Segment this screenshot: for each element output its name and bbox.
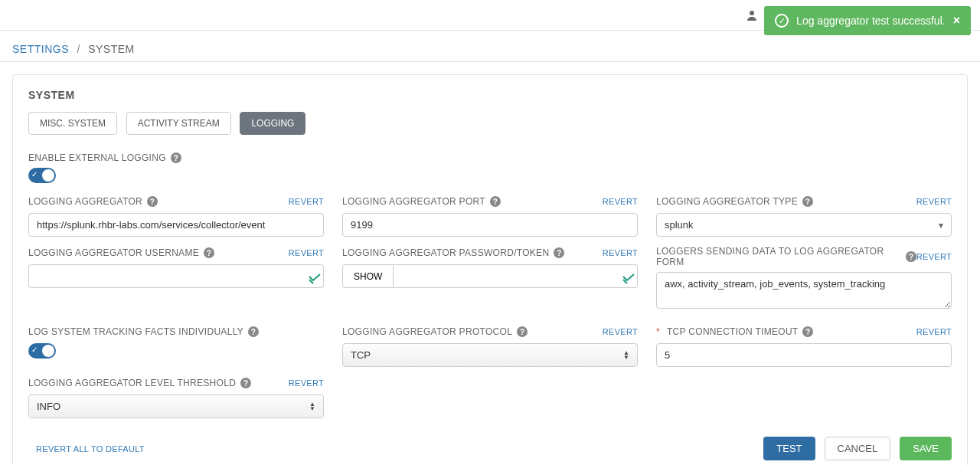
toast-message: Log aggregator test successful. xyxy=(796,15,946,27)
logging-aggregator-password-label: LOGGING AGGREGATOR PASSWORD/TOKEN xyxy=(342,247,549,258)
save-button[interactable]: SAVE xyxy=(900,437,952,460)
tcp-connection-timeout-input[interactable] xyxy=(656,343,952,367)
stepper-icon: ▲▼ xyxy=(623,351,629,360)
logging-aggregator-type-label: LOGGING AGGREGATOR TYPE xyxy=(656,196,798,207)
help-icon[interactable]: ? xyxy=(554,247,564,258)
tab-logging[interactable]: LOGGING xyxy=(240,112,305,135)
user-icon xyxy=(746,9,758,24)
chevron-down-icon: ▾ xyxy=(939,220,943,231)
field-tcp-connection-timeout: * TCP CONNECTION TIMEOUT ? REVERT xyxy=(656,325,952,367)
logging-aggregator-password-input[interactable] xyxy=(394,264,638,288)
close-icon[interactable]: × xyxy=(953,14,960,28)
revert-aggregator[interactable]: REVERT xyxy=(289,197,324,206)
help-icon[interactable]: ? xyxy=(490,196,501,207)
svg-point-0 xyxy=(750,11,754,15)
tab-activity-stream[interactable]: ACTIVITY STREAM xyxy=(126,112,231,135)
log-system-tracking-toggle[interactable]: ✓ xyxy=(28,343,56,359)
logging-aggregator-input[interactable] xyxy=(28,213,324,237)
help-icon[interactable]: ? xyxy=(204,247,214,258)
loggers-sending-input[interactable] xyxy=(656,272,952,309)
required-indicator: * xyxy=(656,326,660,337)
breadcrumb: SETTINGS / SYSTEM xyxy=(0,31,980,62)
breadcrumb-current: SYSTEM xyxy=(88,43,135,55)
help-icon[interactable]: ? xyxy=(802,326,813,337)
logging-aggregator-port-label: LOGGING AGGREGATOR PORT xyxy=(342,196,485,207)
help-icon[interactable]: ? xyxy=(802,196,813,207)
tabs: MISC. SYSTEM ACTIVITY STREAM LOGGING xyxy=(28,112,952,135)
revert-password[interactable]: REVERT xyxy=(603,248,638,257)
help-icon[interactable]: ? xyxy=(147,196,158,207)
field-logging-aggregator-type: LOGGING AGGREGATOR TYPE ? REVERT splunk … xyxy=(656,195,952,237)
revert-type[interactable]: REVERT xyxy=(916,197,952,206)
revert-loggers[interactable]: REVERT xyxy=(916,252,952,261)
show-password-button[interactable]: SHOW xyxy=(342,264,394,288)
level-threshold-label: LOGGING AGGREGATOR LEVEL THRESHOLD xyxy=(28,378,236,388)
form-footer: REVERT ALL TO DEFAULT TEST CANCEL SAVE xyxy=(28,437,952,460)
logging-aggregator-label: LOGGING AGGREGATOR xyxy=(28,196,142,207)
check-circle-icon: ✓ xyxy=(775,14,789,28)
help-icon[interactable]: ? xyxy=(240,378,251,388)
field-logging-aggregator-protocol: LOGGING AGGREGATOR PROTOCOL ? REVERT TCP… xyxy=(342,325,638,367)
revert-level[interactable]: REVERT xyxy=(289,378,324,388)
logging-aggregator-protocol-label: LOGGING AGGREGATOR PROTOCOL xyxy=(342,326,512,337)
stepper-icon: ▲▼ xyxy=(309,402,315,411)
logging-aggregator-username-input[interactable] xyxy=(28,264,324,288)
check-icon: ✓ xyxy=(31,345,38,354)
level-threshold-select[interactable]: INFO ▲▼ xyxy=(28,395,324,418)
revert-port[interactable]: REVERT xyxy=(603,197,638,206)
topbar: ✓ Log aggregator test successful. × xyxy=(0,0,980,31)
loggers-sending-label: LOGGERS SENDING DATA TO LOG AGGREGATOR F… xyxy=(656,246,901,267)
tab-misc-system[interactable]: MISC. SYSTEM xyxy=(28,112,117,135)
field-log-system-tracking: LOG SYSTEM TRACKING FACTS INDIVIDUALLY ?… xyxy=(28,325,324,367)
breadcrumb-settings[interactable]: SETTINGS xyxy=(12,43,69,55)
help-icon[interactable]: ? xyxy=(906,251,916,262)
help-icon[interactable]: ? xyxy=(171,152,181,163)
field-level-threshold: LOGGING AGGREGATOR LEVEL THRESHOLD ? REV… xyxy=(28,376,324,418)
enable-external-logging-label: ENABLE EXTERNAL LOGGING ? xyxy=(28,152,181,163)
success-toast: ✓ Log aggregator test successful. × xyxy=(764,6,971,35)
field-loggers-sending: LOGGERS SENDING DATA TO LOG AGGREGATOR F… xyxy=(656,246,952,311)
help-icon[interactable]: ? xyxy=(248,326,259,337)
field-logging-aggregator: LOGGING AGGREGATOR ? REVERT xyxy=(28,195,324,237)
cancel-button[interactable]: CANCEL xyxy=(825,437,891,460)
revert-all-button[interactable]: REVERT ALL TO DEFAULT xyxy=(36,444,145,454)
help-icon[interactable]: ? xyxy=(517,326,528,337)
log-system-tracking-label: LOG SYSTEM TRACKING FACTS INDIVIDUALLY xyxy=(28,326,243,337)
breadcrumb-separator: / xyxy=(77,43,80,55)
enable-external-logging-toggle[interactable]: ✓ xyxy=(28,168,56,183)
check-icon: ✓ xyxy=(31,170,38,178)
field-logging-aggregator-username: LOGGING AGGREGATOR USERNAME ? REVERT xyxy=(28,246,324,311)
system-panel: SYSTEM MISC. SYSTEM ACTIVITY STREAM LOGG… xyxy=(12,74,968,465)
field-logging-aggregator-password: LOGGING AGGREGATOR PASSWORD/TOKEN ? REVE… xyxy=(342,246,638,311)
revert-timeout[interactable]: REVERT xyxy=(916,327,952,336)
test-button[interactable]: TEST xyxy=(763,437,815,460)
revert-username[interactable]: REVERT xyxy=(289,248,324,257)
logging-aggregator-protocol-select[interactable]: TCP ▲▼ xyxy=(342,343,638,367)
logging-aggregator-port-input[interactable] xyxy=(342,213,638,237)
logging-aggregator-username-label: LOGGING AGGREGATOR USERNAME xyxy=(28,247,199,258)
tcp-connection-timeout-label: TCP CONNECTION TIMEOUT xyxy=(667,326,799,337)
page-title: SYSTEM xyxy=(28,89,952,101)
revert-protocol[interactable]: REVERT xyxy=(603,327,638,336)
field-logging-aggregator-port: LOGGING AGGREGATOR PORT ? REVERT xyxy=(342,195,638,237)
logging-aggregator-type-select[interactable]: splunk ▾ xyxy=(656,213,952,237)
